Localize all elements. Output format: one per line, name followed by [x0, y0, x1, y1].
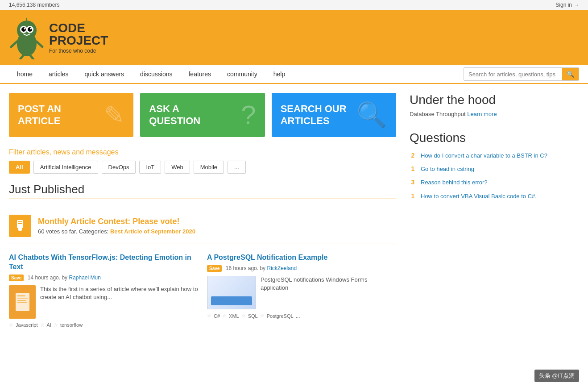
nav-help[interactable]: help [265, 65, 293, 83]
search-articles-label: SEARCH OURARTICLES [281, 103, 347, 127]
signin-link[interactable]: Sign in → [555, 2, 579, 8]
svg-line-9 [37, 42, 42, 47]
article-meta-1: Save 14 hours ago. by Raphael Mun [9, 275, 198, 281]
header: CODE PROJECT For those who code [0, 10, 588, 65]
filter-iot[interactable]: IoT [139, 161, 161, 174]
nav-articles[interactable]: articles [41, 65, 76, 83]
article-body-2: PostgreSQL notifications Windows Forms a… [207, 276, 396, 309]
filter-section: Filter articles, news and messages All A… [9, 148, 396, 174]
questions-section: Questions 2 How do I convert a char vari… [410, 131, 579, 200]
svg-line-8 [11, 42, 17, 47]
article-tags-1: ☆ Javascript ☆ AI ☆ tensorflow [9, 322, 198, 328]
question-item-1: 2 How do I convert a char variable to a … [410, 152, 579, 160]
article-thumbnail-1 [9, 285, 36, 319]
contest-icon [9, 215, 31, 237]
svg-rect-21 [17, 298, 28, 299]
search-articles-icon: 🔍 [356, 100, 387, 129]
contest-banner: Monthly Article Contest: Please vote! 60… [9, 208, 396, 244]
under-hood-desc: Database Throughput Learn more [410, 111, 579, 117]
logo-line2: PROJECT [49, 34, 108, 47]
article-tags-2: ☆ C# ☆ XML ☆ SQL ☆ PostgreSQL ... [207, 313, 396, 319]
svg-line-10 [20, 55, 24, 59]
just-published-divider [9, 199, 396, 199]
nav-features[interactable]: features [180, 65, 219, 83]
svg-point-13 [25, 15, 28, 18]
contest-title: Monthly Article Contest: Please vote! [38, 217, 195, 226]
nav-home[interactable]: home [9, 65, 41, 83]
ask-question-icon: ? [241, 100, 256, 130]
article-excerpt-1: This is the first in a series of article… [40, 285, 198, 319]
question-count-4: 1 [410, 192, 416, 200]
ask-question-button[interactable]: ASK AQUESTION ? [140, 93, 265, 137]
ask-question-label: ASK AQUESTION [149, 103, 200, 127]
filter-ai[interactable]: Artificial Intelligence [33, 161, 98, 174]
filter-more[interactable]: ... [228, 161, 246, 174]
mascot [9, 15, 45, 61]
filter-devops[interactable]: DevOps [102, 161, 136, 174]
filter-mobile[interactable]: Mobile [194, 161, 224, 174]
svg-rect-18 [18, 228, 22, 229]
filter-tags: All Artificial Intelligence DevOps IoT W… [9, 161, 396, 174]
svg-rect-15 [18, 221, 22, 222]
save-badge-1: Save [9, 275, 24, 281]
search-articles-button[interactable]: SEARCH OURARTICLES 🔍 [272, 93, 396, 137]
search-button[interactable]: 🔍 [562, 68, 579, 80]
svg-point-6 [24, 28, 25, 29]
save-badge-2: Save [207, 265, 222, 272]
post-article-icon: ✎ [104, 101, 124, 129]
nav: home articles quick answers discussions … [0, 65, 588, 84]
articles-grid: AI Chatbots With TensorFlow.js: Detectin… [9, 253, 396, 328]
article-excerpt-2: PostgreSQL notifications Windows Forms a… [261, 276, 396, 309]
main-container: POST ANARTICLE ✎ ASK AQUESTION ? SEARCH … [0, 84, 588, 337]
svg-line-11 [30, 55, 33, 59]
under-hood-learn-more[interactable]: Learn more [467, 111, 497, 117]
filter-all[interactable]: All [9, 161, 30, 174]
svg-rect-20 [17, 295, 25, 296]
article-title-2[interactable]: A PostgreSQL Notification Example [207, 253, 396, 262]
filter-title: Filter articles, news and messages [9, 148, 396, 156]
search-input[interactable] [464, 68, 562, 80]
content: POST ANARTICLE ✎ ASK AQUESTION ? SEARCH … [9, 93, 410, 328]
nav-quick-answers[interactable]: quick answers [76, 65, 132, 83]
top-bar: 14,656,138 members Sign in → [0, 0, 588, 10]
svg-rect-22 [17, 300, 26, 301]
signin-icon: → [574, 2, 579, 8]
search-box: 🔍 [464, 67, 579, 81]
questions-title: Questions [410, 131, 579, 145]
question-count-3: 3 [410, 179, 416, 186]
logo-tagline: For those who code [49, 48, 108, 54]
contest-info: Monthly Article Contest: Please vote! 60… [38, 217, 195, 235]
post-article-button[interactable]: POST ANARTICLE ✎ [9, 93, 133, 137]
question-link-2[interactable]: Go to head in cstring [421, 165, 474, 173]
article-item-1: AI Chatbots With TensorFlow.js: Detectin… [9, 253, 198, 328]
article-author-2[interactable]: RickZeeland [267, 265, 297, 271]
question-count-1: 2 [410, 152, 416, 159]
question-link-4[interactable]: How to convert VBA Visual Basic code to … [421, 192, 537, 200]
nav-community[interactable]: community [219, 65, 265, 83]
sidebar: Under the hood Database Throughput Learn… [410, 93, 579, 328]
article-title-1[interactable]: AI Chatbots With TensorFlow.js: Detectin… [9, 253, 198, 272]
contest-desc: 60 votes so far. Categories: Best Articl… [38, 228, 195, 235]
question-link-3[interactable]: Reason behind this error? [421, 179, 488, 187]
svg-rect-23 [17, 302, 27, 303]
question-item-3: 3 Reason behind this error? [410, 179, 579, 187]
nav-discussions[interactable]: discussions [132, 65, 180, 83]
members-count: 14,656,138 members [9, 2, 59, 8]
filter-web[interactable]: Web [165, 161, 190, 174]
logo-text: CODE PROJECT For those who code [49, 22, 108, 54]
svg-point-4 [21, 27, 26, 32]
hero-banners: POST ANARTICLE ✎ ASK AQUESTION ? SEARCH … [9, 93, 396, 137]
logo-line1: CODE [49, 22, 108, 34]
article-meta-2: Save 16 hours ago. by RickZeeland [207, 265, 396, 271]
signin-label: Sign in [555, 2, 572, 8]
just-published-title: Just Published [9, 183, 396, 196]
article-body-1: This is the first in a series of article… [9, 285, 198, 319]
article-author-1[interactable]: Raphael Mun [69, 275, 100, 281]
contest-link[interactable]: Best Article of September 2020 [110, 228, 195, 235]
question-item-2: 1 Go to head in cstring [410, 165, 579, 173]
question-count-2: 1 [410, 165, 416, 172]
question-link-1[interactable]: How do I convert a char variable to a BS… [421, 152, 547, 160]
article-thumbnail-2 [207, 276, 256, 309]
post-article-label: POST ANARTICLE [18, 103, 61, 127]
nav-links: home articles quick answers discussions … [9, 65, 293, 83]
